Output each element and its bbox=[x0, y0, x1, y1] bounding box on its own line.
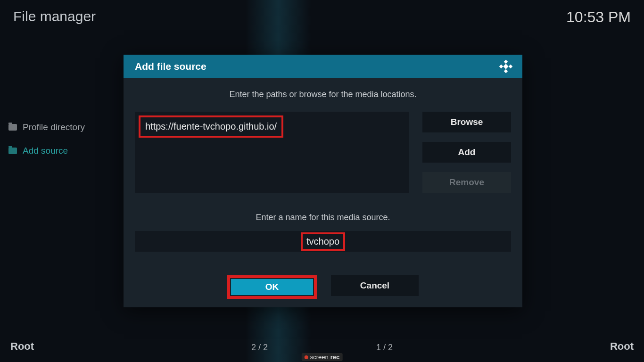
browse-button[interactable]: Browse bbox=[422, 112, 511, 132]
clock: 10:53 PM bbox=[566, 8, 631, 26]
add-file-source-dialog: Add file source Enter the paths or brows… bbox=[124, 55, 522, 307]
svg-rect-3 bbox=[504, 69, 508, 73]
watermark-text-b: rec bbox=[330, 354, 340, 361]
dialog-body: Enter the paths or browse for the media … bbox=[124, 78, 522, 308]
svg-rect-1 bbox=[499, 65, 503, 68]
source-name-input[interactable]: tvchopo bbox=[135, 231, 511, 252]
header-bar: File manager 10:53 PM bbox=[13, 8, 631, 26]
footer-counters: 2 / 2 1 / 2 bbox=[251, 343, 393, 353]
sidebar: Profile directory Add source bbox=[7, 115, 120, 163]
ok-button-highlight: OK bbox=[227, 275, 317, 299]
page-title: File manager bbox=[13, 8, 96, 26]
name-prompt: Enter a name for this media source. bbox=[135, 213, 511, 222]
paths-list[interactable]: https://fuente-tvchopo.github.io/ bbox=[135, 112, 409, 193]
svg-rect-4 bbox=[503, 64, 508, 69]
add-button[interactable]: Add bbox=[422, 142, 511, 163]
ok-button[interactable]: OK bbox=[231, 279, 313, 295]
footer-bar: Root 2 / 2 1 / 2 Root bbox=[10, 340, 634, 353]
sidebar-item-label: Profile directory bbox=[23, 122, 85, 132]
dialog-titlebar: Add file source bbox=[124, 55, 522, 78]
svg-rect-0 bbox=[504, 60, 508, 64]
sidebar-item-add-source[interactable]: Add source bbox=[7, 139, 120, 163]
watermark-text-a: screen bbox=[310, 354, 329, 361]
folder-icon bbox=[8, 124, 17, 131]
side-buttons: Browse Add Remove bbox=[422, 112, 511, 193]
right-pane-counter: 1 / 2 bbox=[376, 343, 393, 353]
left-pane-root-label: Root bbox=[10, 340, 34, 353]
remove-button: Remove bbox=[422, 172, 511, 193]
left-pane-counter: 2 / 2 bbox=[251, 343, 268, 353]
screenrec-watermark: screenrec bbox=[302, 353, 343, 361]
dialog-title: Add file source bbox=[135, 61, 206, 72]
dialog-action-row: OK Cancel bbox=[135, 275, 511, 299]
sidebar-item-label: Add source bbox=[23, 146, 68, 156]
kodi-logo-icon bbox=[499, 59, 513, 74]
source-name-value: tvchopo bbox=[301, 232, 345, 251]
svg-rect-2 bbox=[509, 65, 512, 68]
right-pane-root-label: Root bbox=[610, 340, 634, 353]
sidebar-item-profile-directory[interactable]: Profile directory bbox=[7, 115, 120, 139]
folder-icon bbox=[8, 148, 17, 154]
cancel-button[interactable]: Cancel bbox=[331, 275, 419, 296]
paths-prompt: Enter the paths or browse for the media … bbox=[135, 90, 511, 99]
path-entry[interactable]: https://fuente-tvchopo.github.io/ bbox=[139, 115, 283, 138]
record-dot-icon bbox=[305, 355, 308, 359]
paths-row: https://fuente-tvchopo.github.io/ Browse… bbox=[135, 112, 511, 193]
